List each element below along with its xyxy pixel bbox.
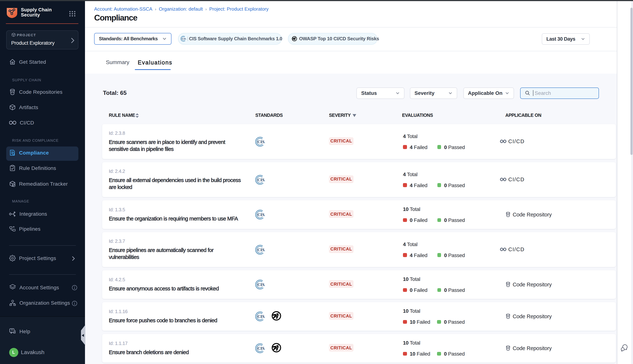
svg-text:?: ? [11,329,13,332]
